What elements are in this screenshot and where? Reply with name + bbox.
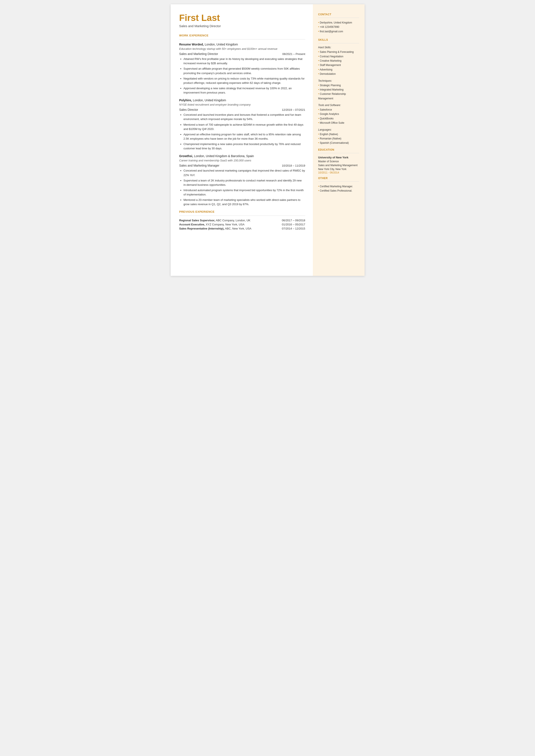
- dates-3: 10/2018 – 11/2019: [282, 164, 305, 167]
- edu-dates-1: 10/2011 - 06/2014: [318, 171, 359, 174]
- job-row-1: Sales and Marketing Director 08/2021 – P…: [179, 52, 305, 56]
- hard-skills-list: Sales Planning & Forecasting Contract Ne…: [318, 50, 359, 76]
- contact-list: Derbyshire, United Kingdom +44 123456789…: [318, 20, 359, 34]
- techniques-list: Strategic Planning Integrated Marketing …: [318, 83, 359, 101]
- prev-exp-dates-3: 07/2014 – 12/2015: [282, 227, 305, 230]
- technique-3: Customer Relationship Management: [318, 92, 359, 101]
- skill-2: Contract Negotiation: [318, 54, 359, 59]
- resume-page: First Last Sales and Marketing Director …: [171, 4, 365, 276]
- languages-section: Languages: English (Native) Romanian (Na…: [318, 128, 359, 145]
- bullet-1-4: Approved developing a new sales strategy…: [183, 86, 305, 95]
- company-header-1: Resume Worded, London, United Kingdom: [179, 42, 305, 46]
- prev-exp-divider: [179, 215, 305, 216]
- skill-4: Staff Management: [318, 63, 359, 67]
- hard-skills-section: Hard Skills: Sales Planning & Forecastin…: [318, 46, 359, 76]
- tool-3: QuickBooks: [318, 116, 359, 121]
- education-heading: EDUCATION: [318, 148, 359, 151]
- techniques-label: Techniques:: [318, 79, 359, 82]
- bullet-3-3: Introduced automated program systems tha…: [183, 188, 305, 197]
- hard-skills-label: Hard Skills:: [318, 46, 359, 49]
- technique-1: Strategic Planning: [318, 83, 359, 88]
- contact-heading: CONTACT: [318, 13, 359, 16]
- company-name-1: Resume Worded,: [179, 43, 204, 46]
- languages-label: Languages:: [318, 128, 359, 131]
- bullets-1: Attained RW's first profitable year in i…: [179, 57, 305, 95]
- left-column: First Last Sales and Marketing Director …: [171, 4, 313, 276]
- tool-4: Microsoft Office Suite: [318, 121, 359, 125]
- language-2: Romanian (Native): [318, 136, 359, 141]
- contact-email: first.last@gmail.com: [318, 29, 359, 34]
- education-divider: [318, 153, 359, 153]
- skill-5: Advertising: [318, 68, 359, 72]
- tool-1: Salesforce: [318, 107, 359, 112]
- other-list: Certified Marketing Manager. Certified S…: [318, 184, 359, 193]
- other-item-1: Certified Marketing Manager.: [318, 184, 359, 188]
- company-desc-1: Education technology startup with 50+ em…: [179, 47, 305, 50]
- job-entry-2: Polyhire, London, United Kingdom NYSE-li…: [179, 98, 305, 151]
- contact-phone: +44 1234567890: [318, 25, 359, 29]
- prev-exp-dates-1: 06/2017 – 09/2018: [282, 219, 305, 222]
- tools-list: Salesforce Google Analytics QuickBooks M…: [318, 107, 359, 125]
- role-2: Sales Director: [179, 108, 198, 111]
- other-item-2: Certified Sales Professional.: [318, 188, 359, 193]
- edu-entry-1: University of New York Master of Science…: [318, 156, 359, 174]
- prev-exp-row-1: Regional Sales Supervisor, ABC Company, …: [179, 219, 305, 222]
- company-name-3: Growthsi,: [179, 154, 193, 158]
- skill-3: Creative Marketing: [318, 59, 359, 63]
- skill-6: Demodulation: [318, 72, 359, 76]
- bullet-3-1: Conceived and launched several marketing…: [183, 169, 305, 177]
- bullet-2-3: Approved an effective training program f…: [183, 132, 305, 141]
- tools-section: Tools and Software: Salesforce Google An…: [318, 104, 359, 125]
- technique-2: Integrated Marketing: [318, 88, 359, 92]
- tools-label: Tools and Software:: [318, 104, 359, 107]
- skill-1: Sales Planning & Forecasting: [318, 50, 359, 54]
- bullet-2-2: Mentored a team of 700 salespeople to ac…: [183, 123, 305, 131]
- prev-exp-row-3: Sales Representative (Internship), ABC, …: [179, 227, 305, 230]
- company-header-3: Growthsi, London, United Kingdom & Barce…: [179, 154, 305, 158]
- role-1: Sales and Marketing Director: [179, 52, 218, 56]
- full-name: First Last: [179, 13, 305, 23]
- work-experience-heading: WORK EXPERIENCE: [179, 34, 305, 37]
- bullet-1-3: Negotiated with vendors on pricing to re…: [183, 76, 305, 85]
- company-desc-2: NYSE-listed recruitment and employer bra…: [179, 103, 305, 106]
- bullet-2-1: Conceived and launched incentive plans a…: [183, 113, 305, 121]
- previous-experience-heading: PREVIOUS EXPERIENCE: [179, 210, 305, 213]
- job-title: Sales and Marketing Director: [179, 24, 305, 28]
- prev-exp-label-1: Regional Sales Supervisor, ABC Company, …: [179, 219, 251, 222]
- edu-degree-1: Master of ScienceSales and Marketing Man…: [318, 159, 359, 171]
- right-column: CONTACT Derbyshire, United Kingdom +44 1…: [313, 4, 365, 276]
- company-name-2: Polyhire,: [179, 98, 192, 102]
- job-row-2: Sales Director 12/2019 – 07/2021: [179, 108, 305, 111]
- other-heading: OTHER: [318, 177, 359, 180]
- language-1: English (Native): [318, 132, 359, 136]
- work-divider: [179, 39, 305, 40]
- bullet-1-2: Supervised an affiliate program that gen…: [183, 67, 305, 75]
- job-row-3: Sales and Marketing Manager 10/2018 – 11…: [179, 164, 305, 167]
- company-location-1: London, United Kingdom: [205, 43, 238, 46]
- dates-2: 12/2019 – 07/2021: [282, 108, 305, 111]
- prev-exp-label-2: Account Executive, XYZ Company, New York…: [179, 223, 244, 226]
- skills-heading: SKILLS: [318, 38, 359, 42]
- job-entry-3: Growthsi, London, United Kingdom & Barce…: [179, 154, 305, 207]
- role-3: Sales and Marketing Manager: [179, 164, 219, 167]
- prev-exp-label-3: Sales Representative (Internship), ABC, …: [179, 227, 251, 230]
- bullet-2-4: Championed implementing a new sales proc…: [183, 142, 305, 151]
- company-header-2: Polyhire, London, United Kingdom: [179, 98, 305, 102]
- company-desc-3: Career training and membership SaaS with…: [179, 159, 305, 162]
- contact-address: Derbyshire, United Kingdom: [318, 20, 359, 25]
- prev-exp-dates-2: 01/2016 – 05/2017: [282, 223, 305, 226]
- bullet-3-2: Supervised a team of 2K industry profess…: [183, 179, 305, 187]
- language-3: Spanish (Conversational): [318, 141, 359, 145]
- prev-exp-row-2: Account Executive, XYZ Company, New York…: [179, 223, 305, 226]
- dates-1: 08/2021 – Present: [282, 52, 305, 56]
- bullets-3: Conceived and launched several marketing…: [179, 169, 305, 207]
- languages-list: English (Native) Romanian (Native) Spani…: [318, 132, 359, 145]
- bullet-1-1: Attained RW's first profitable year in i…: [183, 57, 305, 66]
- techniques-section: Techniques: Strategic Planning Integrate…: [318, 79, 359, 101]
- company-location-2: London, United Kingdom: [193, 98, 226, 102]
- company-location-3: London, United Kingdom & Barcelona, Spai…: [194, 154, 254, 158]
- tool-2: Google Analytics: [318, 112, 359, 116]
- other-divider: [318, 182, 359, 182]
- bullets-2: Conceived and launched incentive plans a…: [179, 113, 305, 151]
- bullet-3-4: Mentored a 20-member team of marketing s…: [183, 198, 305, 207]
